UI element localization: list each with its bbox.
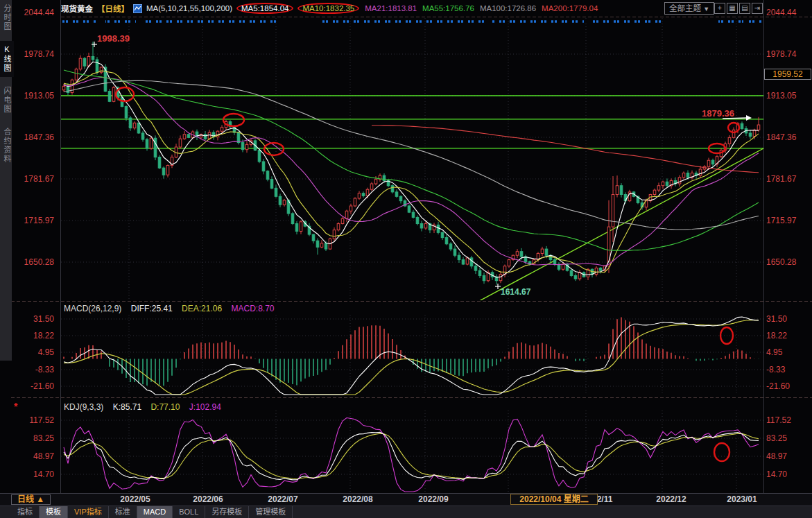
axis-label-right: 1913.05 <box>766 91 811 101</box>
axis-label-left: 31.50 <box>10 314 54 324</box>
minimized-pane-dots[interactable] <box>62 19 761 24</box>
axis-label-left: 1847.36 <box>10 132 54 142</box>
x-axis-label: 2022/08 <box>337 494 379 504</box>
axis-label-right: 1978.74 <box>766 49 811 59</box>
indicator-tab-bar: 指标模板VIP指标标准MACDBOLL另存模板管理模板 <box>0 506 812 518</box>
x-axis-label: 2022/07 <box>262 494 304 504</box>
bottom-tab-另存模板[interactable]: 另存模板 <box>205 506 249 518</box>
x-axis-label: 2022/05 <box>114 494 156 504</box>
bottom-tab-模板[interactable]: 模板 <box>40 506 68 518</box>
kdj-plot[interactable] <box>64 418 759 492</box>
axis-label-left: 48.97 <box>10 451 54 461</box>
chart-canvas: 1998.391879.361614.67 <box>0 0 812 518</box>
hand-drawn-annotations: 1998.391879.361614.67 <box>92 33 752 461</box>
cursor-date-badge: 2022/10/04 星期二 <box>510 494 598 505</box>
symbol-title: 现货黄金 <box>61 3 93 14</box>
line-chart-icon <box>133 4 142 13</box>
axis-label-left: 1781.67 <box>10 174 54 184</box>
theme-dropdown-label: 全部主题 <box>669 4 701 12</box>
candlestick-plot[interactable] <box>61 42 763 305</box>
axis-label-left: 1913.05 <box>10 91 54 101</box>
ma-legend-item: MA21:1813.81 <box>365 4 417 12</box>
macd-params: MACD(26,12,9) <box>64 304 121 313</box>
macd-dea-value: DEA:21.06 <box>182 304 222 313</box>
axis-label-left: 18.22 <box>10 331 54 340</box>
macd-value: MACD:8.70 <box>231 304 274 313</box>
kdj-k-value: K:85.71 <box>113 402 141 412</box>
bottom-tab-VIP指标[interactable]: VIP指标 <box>68 506 109 518</box>
kdj-j-value: J:102.94 <box>189 402 221 412</box>
bottom-tab-指标[interactable]: 指标 <box>11 506 40 518</box>
kdj-pane-header[interactable]: KDJ(9,3,3) K:85.71 D:77.10 J:102.94 <box>64 402 228 412</box>
interval-label: 【日线】 <box>97 3 129 14</box>
sidebar-tab-K线图[interactable]: K线图 <box>0 41 14 77</box>
bottom-tab-MACD[interactable]: MACD <box>137 506 173 518</box>
ma-legend-item: MA10:1832.35 <box>297 3 359 14</box>
bottom-tab-BOLL[interactable]: BOLL <box>173 506 205 518</box>
axis-label-right: 4.95 <box>766 347 811 357</box>
axis-label-left: -8.33 <box>10 365 54 374</box>
bottom-tab-标准[interactable]: 标准 <box>109 506 137 518</box>
x-axis-label: 2023/01 <box>721 494 763 504</box>
kdj-d-value: D:77.10 <box>150 402 180 412</box>
axis-label-right: 117.52 <box>766 415 811 425</box>
axis-label-right: 1781.67 <box>766 174 811 184</box>
export-icon[interactable]: ⇥ <box>752 3 763 14</box>
sidebar-tab-合约资料[interactable]: 合约资料 <box>0 123 14 168</box>
ma-legend-item: MA55:1756.76 <box>422 4 474 12</box>
cursor-price-badge: 1959.52 <box>764 69 811 80</box>
theme-dropdown[interactable]: 全部主题 ▼ <box>664 2 714 15</box>
axis-label-right: -21.60 <box>766 381 811 391</box>
axis-label-left: 1715.97 <box>10 216 54 225</box>
axis-label-right: -8.33 <box>766 365 811 374</box>
axis-label-right: 2044.44 <box>766 8 811 17</box>
ma-legend-item: MA200:1779.04 <box>542 4 598 12</box>
grid-scale-icon[interactable]: ▦ <box>727 3 738 14</box>
ma-legend-item: MA(5,10,21,55,100,200) <box>146 4 232 12</box>
high-label: 1998.39 <box>97 33 130 44</box>
axis-label-left: -21.60 <box>10 381 54 391</box>
ma-legend-item: MA5:1854.04 <box>236 3 293 14</box>
axis-label-right: 48.97 <box>766 451 811 461</box>
axis-label-right: 83.25 <box>766 433 811 443</box>
gridlines <box>61 18 763 492</box>
axis-label-right: 1847.36 <box>766 132 811 142</box>
chart-header: 现货黄金 【日线】 MA(5,10,21,55,100,200)MA5:1854… <box>61 1 662 15</box>
x-axis-label: 2022/06 <box>187 494 229 504</box>
sidebar-tab-分时图[interactable]: 分时图 <box>0 0 14 35</box>
axis-label-left: 83.25 <box>10 433 54 443</box>
trading-app-window: 1998.391879.361614.67 分时图K线图闪电图合约资料 现货黄金… <box>0 0 812 518</box>
axis-label-left: 14.70 <box>10 469 54 479</box>
recent-high-label: 1879.36 <box>702 108 734 119</box>
kdj-params: KDJ(9,3,3) <box>64 402 103 412</box>
axis-label-left: 2044.44 <box>10 8 54 17</box>
axis-label-right: 1650.28 <box>766 257 811 267</box>
x-axis-label: 2022/09 <box>413 494 454 504</box>
axis-label-left: 117.52 <box>10 415 54 425</box>
ma-legend-item: MA100:1726.86 <box>480 4 536 12</box>
axis-label-left: 1978.74 <box>10 49 54 59</box>
macd-diff-value: DIFF:25.41 <box>131 304 173 313</box>
macd-pane-header[interactable]: MACD(26,12,9) DIFF:25.41 DEA:21.06 MACD:… <box>64 304 282 313</box>
chevron-down-icon: ▼ <box>703 6 709 12</box>
bottom-tab-管理模板[interactable]: 管理模板 <box>249 506 293 518</box>
sidebar: 分时图K线图闪电图合约资料 <box>0 0 12 361</box>
macd-plot[interactable] <box>64 317 759 395</box>
axis-label-left: 4.95 <box>10 347 54 357</box>
axis-label-right: 1715.97 <box>766 216 811 225</box>
axis-label-right: 18.22 <box>766 331 811 340</box>
crosshair-icon[interactable]: + <box>714 3 725 14</box>
low-label: 1614.67 <box>501 287 531 297</box>
ma-legend: MA(5,10,21,55,100,200)MA5:1854.04MA10:18… <box>146 4 603 12</box>
axis-label-right: 31.50 <box>766 314 811 324</box>
alert-marker-icon[interactable]: * <box>14 401 17 412</box>
sidebar-tab-闪电图[interactable]: 闪电图 <box>0 83 14 118</box>
x-axis-label: 2022/12 <box>650 494 692 504</box>
axis-label-right: 14.70 <box>766 469 811 479</box>
indicator-pane-icon[interactable]: ▤ <box>739 3 750 14</box>
axis-label-left: 1650.28 <box>10 257 54 267</box>
period-selector[interactable]: 日线 ▲ <box>11 494 51 505</box>
